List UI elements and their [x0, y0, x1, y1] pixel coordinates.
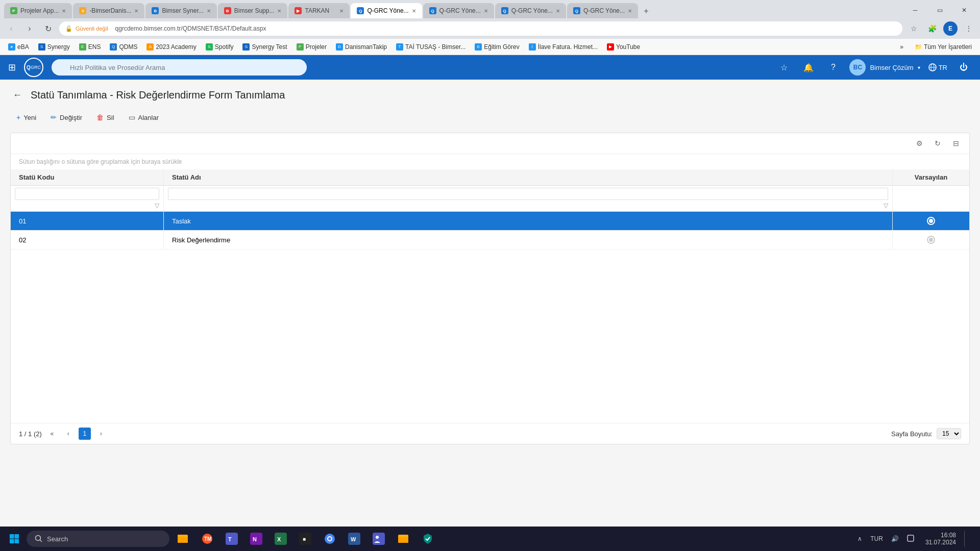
header-search[interactable] — [52, 59, 307, 76]
forward-button[interactable]: › — [22, 21, 37, 36]
bookmark-label-projeler: Projeler — [306, 43, 327, 51]
tab-close-bimsersupp[interactable]: ✕ — [277, 8, 281, 14]
language-button[interactable]: TR — [928, 63, 947, 71]
tab-close-qgrc-2[interactable]: ✕ — [484, 8, 488, 14]
fields-button[interactable]: ▭ Alanlar — [122, 110, 165, 124]
taskbar-app-word[interactable]: W — [344, 529, 364, 549]
bookmark-synergy-test[interactable]: S Synergy Test — [238, 41, 291, 53]
taskbar-app-teams[interactable]: T — [222, 529, 242, 549]
bookmark-favicon-qdms: Q — [110, 43, 117, 51]
taskbar-app-files[interactable] — [393, 529, 413, 549]
help-button[interactable]: ? — [825, 59, 841, 76]
tab-close-qgrc-active[interactable]: ✕ — [412, 8, 416, 14]
show-desktop-button[interactable] — [964, 531, 972, 547]
bookmark-youtube[interactable]: ▶ YouTube — [603, 41, 644, 53]
tab-label-qgrc-2: Q-GRC Yöne... — [439, 7, 481, 14]
tray-network-icon[interactable] — [904, 534, 917, 544]
bookmark-favicon-ens: E — [79, 43, 86, 51]
taskbar-app-chrome[interactable] — [320, 529, 340, 549]
tray-volume-icon[interactable]: 🔊 — [888, 534, 902, 543]
address-input[interactable]: 🔓 Güvenli değil qgrcdemo.bimser.com.tr/Q… — [59, 21, 902, 36]
tab-qgrc-3[interactable]: Q Q-GRC Yöne... ✕ — [495, 3, 566, 18]
close-button[interactable]: ✕ — [952, 2, 976, 18]
dark-app-icon: ■ — [299, 533, 311, 545]
extension-button[interactable]: 🧩 — [925, 21, 939, 36]
bookmarks-more-button[interactable]: » — [896, 41, 908, 53]
next-page-button[interactable]: › — [95, 428, 107, 440]
tab-close-qgrc-3[interactable]: ✕ — [556, 8, 560, 14]
minimize-button[interactable]: ─ — [903, 2, 927, 18]
grid-menu-icon[interactable]: ⊞ — [8, 62, 16, 73]
tab-qgrc-active[interactable]: Q Q-GRC Yöne... ✕ — [351, 3, 422, 18]
taskbar-search[interactable]: Search — [27, 531, 169, 547]
bookmark-synergy[interactable]: S Synergy — [34, 41, 74, 53]
bookmark-ens[interactable]: E ENS — [75, 41, 105, 53]
taskbar-app-taskmanager[interactable]: TM — [197, 529, 217, 549]
bookmark-danismantakip[interactable]: D DanismanTakip — [332, 41, 391, 53]
notifications-button[interactable]: 🔔 — [800, 59, 817, 76]
filter-input-kodu[interactable] — [15, 188, 159, 200]
tab-bimserdanis[interactable]: X -BimserDanis... ✕ — [73, 3, 144, 18]
app-logo[interactable]: QGRC — [24, 58, 43, 77]
taskbar-app-onenote[interactable]: N — [246, 529, 266, 549]
new-button[interactable]: + Yeni — [10, 110, 42, 124]
radio-selected-1[interactable] — [927, 217, 935, 225]
security-icon: 🔓 — [65, 26, 72, 32]
new-tab-button[interactable]: + — [639, 4, 653, 18]
bookmark-ilave[interactable]: İ İlave Fatura. Hizmet... — [525, 41, 602, 53]
tab-tarkan[interactable]: ▶ TARKAN ✕ — [288, 3, 350, 18]
taskbar-app-taskbar-item[interactable]: ■ — [295, 529, 315, 549]
taskbar-app-explorer[interactable] — [173, 529, 193, 549]
prev-page-button[interactable]: ‹ — [62, 428, 75, 440]
tab-qgrc-2[interactable]: Q Q-GRC Yöne... ✕ — [423, 3, 494, 18]
back-button[interactable]: ‹ — [4, 21, 18, 36]
current-page[interactable]: 1 — [79, 428, 91, 440]
table-row[interactable]: 02 Risk Değerlendirme — [11, 231, 969, 249]
bookmark-all-signs[interactable]: 📁 Tüm Yer İşaretleri — [911, 41, 976, 53]
tab-close-qgrc-4[interactable]: ✕ — [628, 8, 632, 14]
bookmark-academy[interactable]: A 2023 Academy — [142, 41, 200, 53]
favorites-button[interactable]: ☆ — [776, 59, 792, 76]
tab-projeler[interactable]: P Projeler App... ✕ — [4, 3, 72, 18]
bookmark-qdms[interactable]: Q QDMS — [106, 41, 141, 53]
taskbar-app-teams2[interactable] — [369, 529, 389, 549]
tray-expand-button[interactable]: ∧ — [854, 534, 865, 543]
first-page-button[interactable]: « — [46, 428, 58, 440]
bookmark-egitim[interactable]: E Eğitim Görev — [471, 41, 523, 53]
tab-close-projeler[interactable]: ✕ — [62, 8, 66, 14]
page-size-select[interactable]: 15 25 50 — [937, 428, 961, 439]
bookmark-tai[interactable]: T TAİ TUSAŞ - Bimser... — [392, 41, 470, 53]
taskbar-clock[interactable]: 16:08 31.07.2024 — [921, 531, 960, 547]
radio-unselected-2[interactable] — [927, 236, 935, 244]
filter-button[interactable]: ⚙ — [912, 136, 926, 151]
bookmark-eba[interactable]: e eBA — [4, 41, 33, 53]
start-button[interactable] — [4, 529, 24, 549]
tab-bimsersupp[interactable]: B Bimser Supp... ✕ — [218, 3, 288, 18]
search-input[interactable] — [52, 59, 307, 76]
tab-bimsersyner[interactable]: B Bimser Syner... ✕ — [145, 3, 216, 18]
bookmark-spotify[interactable]: S Spotify — [202, 41, 238, 53]
tab-close-bimserdanis[interactable]: ✕ — [134, 8, 138, 14]
svg-point-24 — [328, 537, 331, 540]
back-navigation-button[interactable]: ← — [10, 88, 24, 102]
reload-button[interactable]: ↻ — [41, 21, 55, 36]
star-button[interactable]: ☆ — [906, 21, 921, 36]
filter-input-adi[interactable] — [168, 188, 888, 200]
edit-button[interactable]: ✏ Değiştir — [44, 110, 88, 124]
taskbar-app-excel[interactable]: X — [271, 529, 291, 549]
tab-close-tarkan[interactable]: ✕ — [339, 8, 344, 14]
table-row[interactable]: 01 Taslak — [11, 212, 969, 231]
grid-header: Statü Kodu Statü Adı Varsayılan — [11, 169, 969, 186]
export-button[interactable]: ⊟ — [949, 136, 963, 151]
logout-button[interactable]: ⏻ — [955, 59, 972, 76]
delete-button[interactable]: 🗑 Sil — [90, 110, 120, 124]
taskbar-app-shield[interactable] — [418, 529, 438, 549]
menu-button[interactable]: ⋮ — [962, 21, 976, 36]
restore-button[interactable]: ▭ — [928, 2, 951, 18]
tab-qgrc-4[interactable]: Q Q-GRC Yöne... ✕ — [567, 3, 638, 18]
tab-close-bimsersyner[interactable]: ✕ — [207, 8, 211, 14]
bookmark-projeler[interactable]: P Projeler — [292, 41, 331, 53]
profile-button[interactable]: E — [943, 21, 958, 36]
user-info[interactable]: BC Bimser Çözüm ▾ — [849, 59, 920, 76]
refresh-button[interactable]: ↻ — [930, 136, 945, 151]
